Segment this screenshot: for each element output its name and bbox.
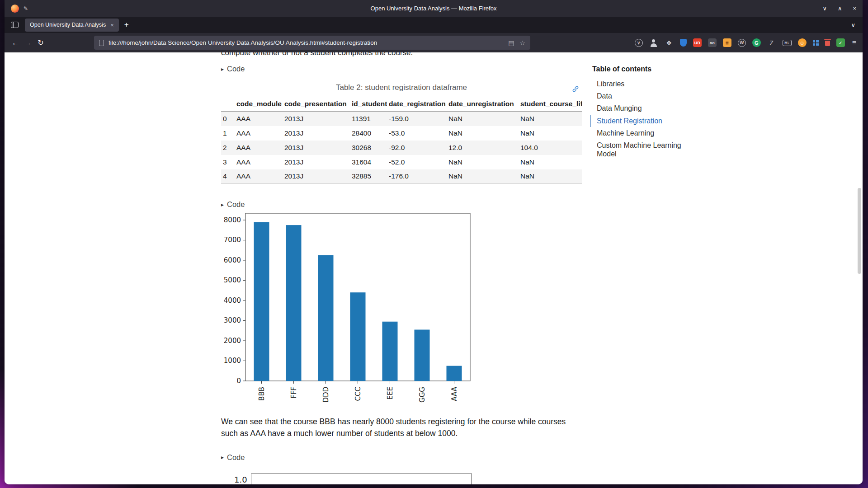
minimize-button[interactable]: ∨ bbox=[822, 5, 827, 12]
bar-DDD bbox=[318, 255, 334, 381]
table-cell: NaN bbox=[447, 112, 519, 126]
table-cell: 0 bbox=[221, 112, 235, 126]
url-text[interactable]: file:///home/john/Data Science/Open Univ… bbox=[108, 39, 503, 46]
table-cell: 28400 bbox=[350, 126, 387, 141]
table-cell: AAA bbox=[235, 112, 283, 126]
reload-button[interactable]: ↻ bbox=[34, 37, 47, 49]
table-cell: NaN bbox=[447, 155, 519, 169]
extension-wikipedia-icon[interactable]: W bbox=[738, 39, 746, 47]
toc-item-libraries[interactable]: Libraries bbox=[592, 78, 689, 90]
bookmark-star-icon[interactable]: ☆ bbox=[519, 39, 525, 47]
extensions-puzzle-icon[interactable]: ❖ bbox=[665, 38, 674, 47]
table-cell: 11391 bbox=[350, 112, 387, 126]
table-body: 0AAA2013J11391-159.0NaNNaN1AAA2013J28400… bbox=[221, 112, 582, 184]
svg-text:EEE: EEE bbox=[386, 387, 394, 399]
tab-open-university-data-analysis[interactable]: Open University Data Analysis × bbox=[25, 19, 119, 32]
paragraph-line: We can see that the course BBB has nearl… bbox=[221, 416, 582, 427]
table-cell: 3 bbox=[221, 155, 235, 169]
table-cell: 2013J bbox=[283, 155, 350, 169]
column-header: code_presentation bbox=[283, 96, 350, 112]
page-scrollbar-thumb[interactable] bbox=[858, 188, 861, 274]
hamburger-menu-icon[interactable]: ≡ bbox=[852, 39, 856, 47]
table-row: 3AAA2013J31604-52.0NaNNaN bbox=[221, 155, 582, 169]
partial-figure-tick-label: 1.0 bbox=[234, 475, 247, 484]
title-bar: ✎ Open University Data Analysis — Mozill… bbox=[5, 0, 863, 17]
table-cell: -159.0 bbox=[387, 112, 447, 126]
table-cell: -176.0 bbox=[387, 169, 447, 184]
table-cell: AAA bbox=[235, 126, 283, 141]
column-header: id_student bbox=[350, 96, 387, 112]
analysis-paragraph: We can see that the course BBB has nearl… bbox=[221, 416, 582, 440]
clipped-paragraph: compute whether or not a student complet… bbox=[221, 52, 582, 57]
triangle-right-icon: ▸ bbox=[221, 202, 224, 208]
toc-item-data[interactable]: Data bbox=[592, 90, 689, 102]
column-header: code_module bbox=[235, 96, 283, 112]
code-fold-toggle-2[interactable]: ▸ Code bbox=[221, 200, 245, 209]
table-cell: 2013J bbox=[283, 141, 350, 155]
toc-item-data-munging[interactable]: Data Munging bbox=[592, 102, 689, 114]
bar-BBB bbox=[254, 222, 269, 381]
anchor-link-icon[interactable] bbox=[572, 85, 579, 93]
extension-icons: ∨❖UDoo≣WGZM↓☺✓ bbox=[635, 38, 845, 47]
pocket-icon[interactable]: ∨ bbox=[635, 39, 643, 47]
table-caption-row: Table 2: student registration dataframe bbox=[221, 83, 582, 92]
back-button[interactable]: ← bbox=[9, 37, 22, 49]
pin-icon: ✎ bbox=[24, 5, 28, 12]
extension-zotero-icon[interactable]: Z bbox=[767, 38, 776, 47]
table-header-row: code_modulecode_presentationid_studentda… bbox=[221, 96, 582, 112]
toc-item-machine-learning[interactable]: Machine Learning bbox=[592, 127, 689, 139]
firefox-view-icon[interactable] bbox=[11, 22, 19, 28]
paragraph-line: such as AAA have a much lower number of … bbox=[221, 427, 582, 439]
close-button[interactable]: × bbox=[853, 5, 856, 12]
tab-label: Open University Data Analysis bbox=[30, 22, 106, 28]
table-cell: 2013J bbox=[283, 169, 350, 184]
triangle-right-icon: ▸ bbox=[221, 66, 224, 72]
svg-text:6000: 6000 bbox=[224, 256, 241, 264]
registrations-bar-chart: 010002000300040005000600070008000BBBFFFD… bbox=[221, 212, 582, 408]
extension-green-icon[interactable]: ✓ bbox=[836, 38, 845, 47]
svg-text:AAA: AAA bbox=[450, 386, 458, 401]
table-row: 0AAA2013J11391-159.0NaNNaN bbox=[221, 112, 582, 126]
svg-text:FFF: FFF bbox=[290, 387, 298, 399]
dataframe-container: code_modulecode_presentationid_studentda… bbox=[221, 96, 582, 184]
triangle-right-icon: ▸ bbox=[221, 454, 224, 460]
svg-text:4000: 4000 bbox=[224, 296, 241, 305]
column-header bbox=[221, 96, 235, 112]
extension-binoculars-icon[interactable]: oo bbox=[708, 38, 717, 47]
column-header: date_registration bbox=[387, 96, 447, 112]
table-cell: NaN bbox=[519, 126, 582, 141]
extension-smiley-icon[interactable]: ☺ bbox=[798, 38, 807, 47]
column-header: date_unregistration bbox=[447, 96, 519, 112]
code-fold-label: Code bbox=[227, 65, 245, 73]
toc-item-student-registration[interactable]: Student Registration bbox=[590, 115, 689, 127]
code-fold-toggle-3[interactable]: ▸ Code bbox=[221, 453, 245, 462]
table-cell: 2 bbox=[221, 141, 235, 155]
code-fold-label: Code bbox=[227, 200, 245, 209]
firefox-icon bbox=[11, 5, 19, 13]
list-all-tabs-icon[interactable]: ∨ bbox=[851, 22, 855, 28]
maximize-button[interactable]: ∧ bbox=[838, 5, 842, 12]
dataframe-table: code_modulecode_presentationid_studentda… bbox=[221, 96, 582, 184]
extension-grid-icon[interactable] bbox=[813, 40, 819, 46]
table-cell: 4 bbox=[221, 169, 235, 184]
bitwarden-icon[interactable] bbox=[680, 39, 687, 47]
table-cell: 104.0 bbox=[519, 141, 582, 155]
page-info-icon[interactable] bbox=[99, 40, 104, 46]
extension-ud-icon[interactable]: UD bbox=[693, 38, 702, 47]
extension-notes-icon[interactable]: ≣ bbox=[723, 38, 731, 47]
svg-text:2000: 2000 bbox=[224, 337, 241, 345]
url-bar[interactable]: file:///home/john/Data Science/Open Univ… bbox=[94, 36, 530, 50]
toc-item-custom-machine-learning-model[interactable]: Custom Machine Learning Model bbox=[592, 139, 689, 160]
code-fold-toggle-1[interactable]: ▸ Code bbox=[221, 65, 245, 73]
table-cell: NaN bbox=[519, 155, 582, 169]
tab-close-icon[interactable]: × bbox=[110, 22, 114, 28]
extension-markdown-icon[interactable]: M↓ bbox=[783, 40, 792, 46]
extension-grammarly-icon[interactable]: G bbox=[752, 38, 761, 47]
extension-trash-icon[interactable] bbox=[825, 41, 830, 46]
navigation-bar: ← → ↻ file:///home/john/Data Science/Ope… bbox=[5, 33, 863, 52]
forward-button[interactable]: → bbox=[22, 37, 34, 49]
new-tab-button[interactable]: + bbox=[124, 20, 129, 29]
reader-view-icon[interactable]: ▤ bbox=[508, 39, 514, 47]
table-cell: -92.0 bbox=[387, 141, 447, 155]
account-icon[interactable] bbox=[649, 38, 658, 47]
